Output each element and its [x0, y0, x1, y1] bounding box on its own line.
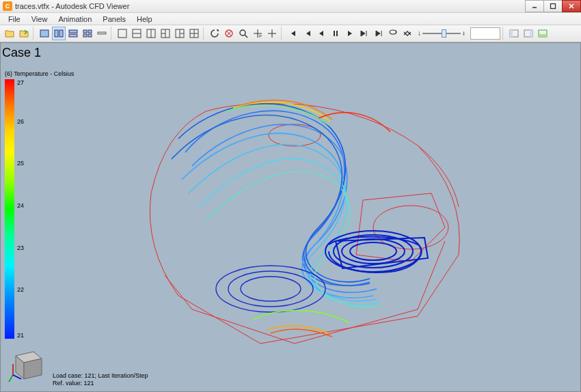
anim-pause-button[interactable] [329, 27, 342, 40]
cfd-render [124, 70, 479, 371]
svg-point-52 [241, 277, 301, 301]
panel-c-button[interactable] [536, 27, 550, 40]
export-button[interactable] [17, 27, 31, 40]
window-layout-a-button[interactable] [66, 27, 80, 40]
svg-rect-14 [118, 29, 126, 38]
menu-bar: File View Animation Panels Help [0, 13, 581, 25]
pick-cross-button[interactable] [265, 27, 279, 40]
anim-step-back-button[interactable] [314, 27, 328, 40]
svg-rect-10 [88, 30, 92, 33]
svg-rect-39 [510, 30, 513, 37]
menu-panels[interactable]: Panels [97, 15, 131, 23]
render-mode-button[interactable] [222, 27, 236, 40]
open-button[interactable] [3, 27, 16, 40]
anim-bounce-button[interactable] [401, 27, 414, 40]
pick-point-button[interactable]: P [251, 27, 265, 40]
panel-b-button[interactable] [522, 27, 535, 40]
viewport-3a-button[interactable] [159, 27, 172, 40]
anim-loop-button[interactable] [386, 27, 400, 40]
panel-a-button[interactable] [507, 27, 521, 40]
svg-rect-7 [69, 30, 77, 33]
window-tile-button[interactable] [52, 27, 66, 40]
anim-speed-slider[interactable] [418, 29, 465, 38]
svg-line-56 [9, 375, 13, 382]
status-text: Load case: 121; Last Iteration/Step Ref.… [53, 372, 148, 387]
menu-animation[interactable]: Animation [53, 15, 97, 23]
window-title: traces.vtfx - Autodesk CFD Viewer [15, 2, 526, 10]
svg-text:P: P [259, 34, 262, 38]
legend-title: (6) Temperature - Celsius [5, 70, 74, 77]
orientation-cube[interactable] [6, 344, 47, 384]
menu-file[interactable]: File [3, 15, 26, 23]
svg-rect-13 [98, 32, 106, 34]
ref-value-label: Ref. value: 121 [53, 380, 148, 387]
window-cascade-button[interactable] [95, 27, 109, 40]
svg-rect-9 [83, 30, 87, 33]
svg-point-49 [350, 242, 396, 260]
viewport-2h-button[interactable] [130, 27, 144, 40]
svg-rect-1 [551, 4, 556, 9]
svg-line-30 [245, 35, 247, 38]
zoom-button[interactable] [237, 27, 250, 40]
anim-last-button[interactable] [372, 27, 386, 40]
load-case-label: Load case: 121; Last Iteration/Step [53, 372, 148, 380]
legend-ticks: 27 26 25 24 23 22 21 [17, 79, 24, 339]
viewport-2v-button[interactable] [144, 27, 158, 40]
viewport-3b-button[interactable] [173, 27, 187, 40]
svg-point-50 [216, 266, 325, 312]
svg-rect-43 [539, 34, 547, 37]
svg-rect-36 [334, 31, 335, 36]
viewport-4-button[interactable] [187, 27, 201, 40]
close-button[interactable] [562, 0, 581, 12]
svg-rect-12 [88, 34, 92, 37]
toolbar: P [0, 25, 581, 42]
slow-icon [418, 29, 421, 38]
anim-step-fwd-button[interactable] [357, 27, 371, 40]
window-layout-b-button[interactable] [81, 27, 94, 40]
svg-rect-6 [59, 30, 63, 37]
viewport-3d[interactable]: Case 1 (6) Temperature - Celsius 27 26 2… [0, 42, 581, 392]
color-legend: (6) Temperature - Celsius 27 26 25 24 23… [5, 70, 74, 339]
anim-frame-input[interactable] [470, 27, 500, 40]
menu-help[interactable]: Help [131, 15, 158, 23]
refresh-button[interactable] [208, 27, 221, 40]
svg-rect-37 [336, 31, 338, 36]
app-icon: C [3, 1, 12, 11]
minimize-button[interactable] [525, 0, 544, 12]
fast-icon [462, 29, 465, 38]
svg-point-45 [373, 206, 448, 249]
svg-rect-5 [55, 30, 58, 37]
maximize-button[interactable] [543, 0, 563, 12]
anim-prev-key-button[interactable] [300, 27, 314, 40]
svg-rect-11 [83, 34, 87, 37]
window-single-button[interactable] [38, 27, 51, 40]
svg-rect-4 [40, 30, 49, 37]
svg-rect-41 [530, 30, 532, 37]
legend-color-bar [5, 79, 14, 339]
menu-view[interactable]: View [26, 15, 53, 23]
case-title: Case 1 [2, 46, 41, 60]
anim-first-button[interactable] [286, 27, 299, 40]
anim-play-button[interactable] [343, 27, 357, 40]
viewport-1-button[interactable] [116, 27, 129, 40]
svg-rect-8 [69, 34, 77, 37]
svg-point-29 [240, 30, 245, 36]
title-bar: C traces.vtfx - Autodesk CFD Viewer [0, 0, 581, 13]
